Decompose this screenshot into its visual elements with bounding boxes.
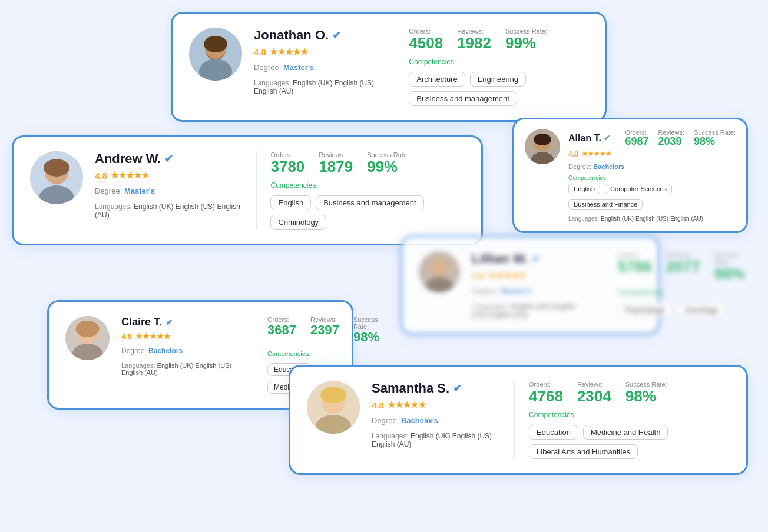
verified-icon-samantha: ✔ bbox=[453, 382, 462, 395]
card-samantha: Samantha S. ✔ 4.8 ★★★★★ Degree: Bachelor… bbox=[289, 365, 748, 475]
svg-point-8 bbox=[44, 159, 69, 177]
card-allan: Allan T. ✔ Orders: 6987 Reviews: 2039 Su… bbox=[512, 118, 748, 233]
languages-andrew: Languages: English (UK) English (US) Eng… bbox=[95, 202, 242, 219]
svg-point-23 bbox=[320, 387, 346, 403]
divider-andrew bbox=[256, 151, 257, 230]
svg-point-19 bbox=[76, 321, 100, 337]
name-lillian: Lillian W. ✔ bbox=[472, 251, 590, 267]
tag-cs-allan: Computer Sciences bbox=[605, 184, 672, 194]
tag-psychology-lillian: Psychology bbox=[618, 302, 672, 317]
avatar-claire bbox=[65, 316, 110, 360]
stat-orders-samantha: Orders: 4768 bbox=[529, 381, 563, 405]
stats-lillian: Orders: 5786 Reviews: 2077 Success Rate:… bbox=[618, 251, 745, 282]
tag-medicine-samantha: Medicine and Health bbox=[583, 425, 668, 440]
divider-samantha bbox=[514, 381, 515, 459]
stats-samantha: Orders: 4768 Reviews: 2304 Success Rate:… bbox=[529, 381, 730, 405]
degree-claire: Degree: Bachelors bbox=[121, 347, 239, 355]
svg-point-12 bbox=[534, 134, 551, 145]
verified-icon-allan: ✔ bbox=[604, 134, 610, 142]
rating-samantha: 4.8 ★★★★★ bbox=[372, 400, 500, 410]
rating-andrew: 4.8 ★★★★★ bbox=[95, 170, 242, 181]
card-lillian: Lillian W. ✔ 4.8 ★★★★★ Degree: Master's … bbox=[400, 235, 660, 335]
avatar-jonathan bbox=[189, 28, 242, 81]
name-samantha: Samantha S. ✔ bbox=[372, 381, 500, 396]
avatar-lillian bbox=[419, 251, 460, 292]
stat-success-allan: Success Rate: 98% bbox=[694, 129, 736, 148]
tag-education-samantha: Education bbox=[529, 425, 578, 440]
name-jonathan: Jonathan O. ✔ bbox=[254, 28, 380, 43]
rating-allan: 4.8 ★★★★★ bbox=[568, 150, 736, 158]
card-right-jonathan: Orders: 4508 Reviews: 1982 Success Rate:… bbox=[409, 28, 588, 106]
stat-reviews-allan: Reviews: 2039 bbox=[658, 129, 684, 148]
tag-english-andrew: English bbox=[270, 195, 311, 210]
stat-reviews-claire: Reviews: 2397 bbox=[310, 316, 339, 344]
stat-reviews-samantha: Reviews: 2304 bbox=[577, 381, 611, 405]
stat-success-claire: Success Rate: 98% bbox=[353, 316, 379, 344]
languages-claire: Languages: English (UK) English (US) Eng… bbox=[121, 362, 239, 376]
competencies-label-claire: Competencies: bbox=[267, 350, 379, 357]
competencies-label-samantha: Competencies: bbox=[529, 411, 730, 419]
stat-orders-claire: Orders: 3687 bbox=[267, 316, 296, 344]
avatar-andrew bbox=[30, 151, 83, 204]
verified-icon-jonathan: ✔ bbox=[332, 29, 341, 42]
competencies-label-jonathan: Competencies: bbox=[409, 58, 588, 66]
competencies-tags-lillian: Psychology Sociology bbox=[618, 302, 745, 317]
tag-criminology-andrew: Criminology bbox=[270, 215, 326, 230]
stat-success-andrew: Success Rate: 99% bbox=[367, 151, 409, 175]
tag-sociology-lillian: Sociology bbox=[677, 302, 725, 317]
degree-jonathan: Degree: Master's bbox=[254, 63, 380, 72]
stats-andrew: Orders: 3780 Reviews: 1879 Success Rate:… bbox=[270, 151, 465, 175]
stat-reviews-lillian: Reviews: 2077 bbox=[666, 251, 700, 282]
card-left-andrew: Andrew W. ✔ 4.8 ★★★★★ Degree: Master's L… bbox=[95, 151, 242, 219]
tag-english-allan: English bbox=[568, 184, 600, 194]
degree-andrew: Degree: Master's bbox=[95, 187, 242, 195]
degree-lillian: Degree: Master's bbox=[472, 287, 590, 295]
card-left-claire: Claire T. ✔ 4.8 ★★★★★ Degree: Bachelors … bbox=[121, 316, 239, 376]
svg-point-14 bbox=[430, 258, 449, 277]
competencies-tags-allan: English Computer Sciences Business and F… bbox=[568, 184, 736, 210]
competencies-label-andrew: Competencies: bbox=[270, 181, 465, 189]
stats-claire: Orders: 3687 Reviews: 2397 Success Rate:… bbox=[267, 316, 379, 344]
competencies-tags-samantha: Education Medicine and Health Liberal Ar… bbox=[529, 425, 730, 459]
card-left-lillian: Lillian W. ✔ 4.8 ★★★★★ Degree: Master's … bbox=[472, 251, 590, 319]
verified-icon-lillian: ✔ bbox=[531, 252, 540, 265]
card-left-jonathan: Jonathan O. ✔ 4.8 ★★★★★ Degree: Master's… bbox=[254, 28, 380, 95]
stat-reviews-andrew: Reviews: 1879 bbox=[319, 151, 353, 175]
degree-samantha: Degree: Bachelors bbox=[372, 416, 500, 425]
avatar-samantha bbox=[307, 381, 360, 434]
avatar-allan bbox=[525, 129, 560, 164]
name-andrew: Andrew W. ✔ bbox=[95, 151, 242, 167]
stats-jonathan: Orders: 4508 Reviews: 1982 Success Rate:… bbox=[409, 28, 588, 52]
name-allan: Allan T. ✔ bbox=[568, 133, 610, 144]
languages-allan: Languages: English (UK) English (US) Eng… bbox=[568, 215, 736, 222]
languages-lillian: Languages: English (UK) English (US) Eng… bbox=[472, 302, 590, 319]
name-claire: Claire T. ✔ bbox=[121, 316, 239, 328]
card-right-andrew: Orders: 3780 Reviews: 1879 Success Rate:… bbox=[270, 151, 465, 230]
stat-orders-lillian: Orders: 5786 bbox=[618, 251, 652, 282]
stat-success-samantha: Success Rate: 98% bbox=[625, 381, 667, 405]
degree-allan: Degree: Bachelors bbox=[568, 163, 736, 170]
competencies-label-lillian: Competencies: bbox=[618, 288, 745, 297]
card-right-lillian: Orders: 5786 Reviews: 2077 Success Rate:… bbox=[618, 251, 745, 317]
stat-orders-andrew: Orders: 3780 bbox=[270, 151, 304, 175]
competencies-tags-jonathan: Architecture Engineering Business and ma… bbox=[409, 72, 588, 106]
card-left-samantha: Samantha S. ✔ 4.8 ★★★★★ Degree: Bachelor… bbox=[372, 381, 500, 448]
tag-business-management: Business and management bbox=[409, 91, 517, 106]
tag-finance-allan: Business and Finance bbox=[568, 199, 643, 210]
svg-point-4 bbox=[204, 36, 227, 52]
verified-icon-andrew: ✔ bbox=[164, 152, 173, 165]
stat-orders-allan: Orders: 6987 bbox=[625, 129, 648, 148]
rating-claire: 4.8 ★★★★★ bbox=[121, 332, 239, 341]
card-jonathan: Jonathan O. ✔ 4.8 ★★★★★ Degree: Master's… bbox=[171, 12, 607, 122]
languages-samantha: Languages: English (UK) English (US) Eng… bbox=[372, 432, 500, 448]
divider-jonathan bbox=[395, 28, 395, 106]
card-andrew: Andrew W. ✔ 4.8 ★★★★★ Degree: Master's L… bbox=[12, 135, 483, 245]
tag-architecture: Architecture bbox=[409, 72, 465, 87]
stat-orders-jonathan: Orders: 4508 bbox=[409, 28, 443, 52]
card-right-samantha: Orders: 4768 Reviews: 2304 Success Rate:… bbox=[529, 381, 730, 459]
stat-success-lillian: Success Rate: 98% bbox=[714, 251, 745, 282]
tag-engineering: Engineering bbox=[470, 72, 526, 87]
verified-icon-claire: ✔ bbox=[165, 317, 173, 328]
competencies-tags-andrew: English Business and management Criminol… bbox=[270, 195, 465, 230]
tag-liberal-arts-samantha: Liberal Arts and Humanities bbox=[529, 444, 638, 459]
